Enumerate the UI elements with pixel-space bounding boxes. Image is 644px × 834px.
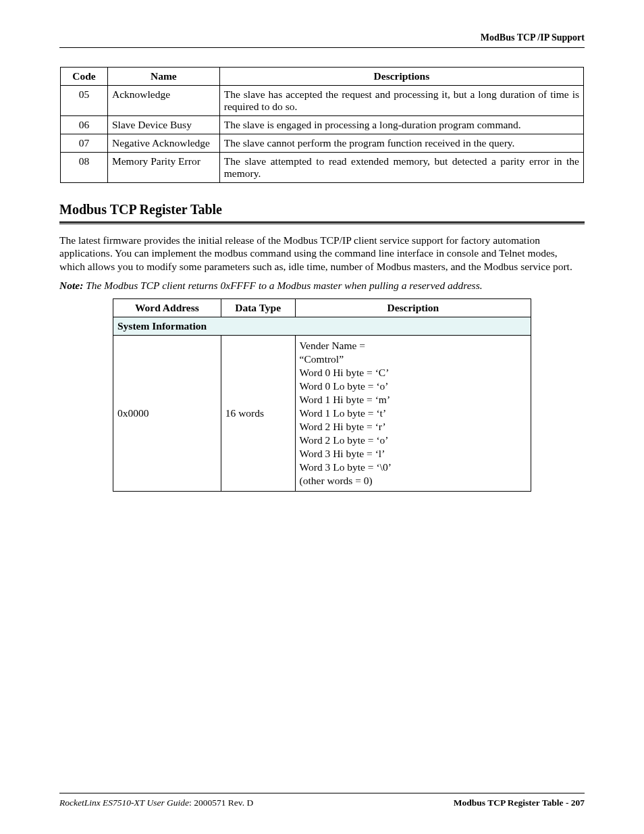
desc-line: Vender Name = (300, 340, 527, 352)
page-footer: RocketLinx ES7510-XT User Guide: 2000571… (59, 793, 585, 808)
section-cell: System Information (113, 317, 531, 336)
cell-code: 06 (61, 116, 108, 134)
desc-line: Word 0 Lo byte = ‘o’ (300, 380, 527, 392)
cell-desc: The slave attempted to read extended mem… (219, 153, 583, 183)
note-label: Note: (59, 280, 83, 291)
cell-name: Acknowledge (107, 86, 219, 116)
table-row: 07 Negative Acknowledge The slave cannot… (61, 134, 584, 153)
footer-left: RocketLinx ES7510-XT User Guide: 2000571… (59, 798, 253, 808)
table-row: 0x0000 16 words Vender Name = “Comtrol” … (113, 336, 531, 492)
section-body: The latest firmware provides the initial… (59, 234, 585, 273)
cell-desc: The slave is engaged in processing a lon… (219, 116, 583, 134)
cell-code: 05 (61, 86, 108, 116)
footer-product: RocketLinx ES7510-XT User Guide (59, 798, 189, 808)
exception-code-table: Code Name Descriptions 05 Acknowledge Th… (60, 67, 584, 183)
cell-name: Memory Parity Error (107, 153, 219, 183)
desc-line: Word 1 Lo byte = ‘t’ (300, 407, 527, 419)
cell-desc: Vender Name = “Comtrol” Word 0 Hi byte =… (295, 336, 531, 492)
cell-name: Negative Acknowledge (107, 134, 219, 153)
desc-line: Word 3 Hi byte = ‘l’ (300, 448, 527, 460)
desc-line: “Comtrol” (300, 353, 527, 365)
note-text-content: The Modbus TCP client returns 0xFFFF to … (86, 280, 482, 291)
register-table: Word Address Data Type Description Syste… (113, 298, 531, 492)
table-section-row: System Information (113, 317, 531, 336)
desc-line: Word 2 Lo byte = ‘o’ (300, 434, 527, 446)
desc-line: (other words = 0) (300, 475, 527, 487)
cell-desc: The slave has accepted the request and p… (219, 86, 583, 116)
footer-right: Modbus TCP Register Table - 207 (454, 798, 585, 808)
col-header-addr: Word Address (113, 299, 221, 317)
section-rule (59, 221, 585, 224)
desc-line: Word 2 Hi byte = ‘r’ (300, 421, 527, 433)
cell-name: Slave Device Busy (107, 116, 219, 134)
cell-code: 08 (61, 153, 108, 183)
footer-rev: : 2000571 Rev. D (189, 798, 253, 808)
header-rule (59, 47, 585, 48)
desc-line: Word 0 Hi byte = ‘C’ (300, 367, 527, 379)
running-header: ModBus TCP /IP Support (59, 32, 585, 43)
desc-line: Word 1 Hi byte = ‘m’ (300, 394, 527, 406)
cell-code: 07 (61, 134, 108, 153)
col-header-desc: Descriptions (219, 68, 583, 86)
table-header-row: Word Address Data Type Description (113, 299, 531, 317)
footer-rule (59, 793, 585, 793)
table-row: 06 Slave Device Busy The slave is engage… (61, 116, 584, 134)
page: ModBus TCP /IP Support Code Name Descrip… (0, 0, 644, 834)
col-header-desc: Description (295, 299, 531, 317)
desc-line: Word 3 Lo byte = ‘\0’ (300, 461, 527, 473)
note: Note: The Modbus TCP client returns 0xFF… (59, 280, 585, 292)
col-header-dtype: Data Type (221, 299, 295, 317)
footer-line: RocketLinx ES7510-XT User Guide: 2000571… (59, 798, 585, 808)
cell-dtype: 16 words (221, 336, 295, 492)
section-title: Modbus TCP Register Table (59, 202, 585, 217)
table-header-row: Code Name Descriptions (61, 68, 584, 86)
table-row: 08 Memory Parity Error The slave attempt… (61, 153, 584, 183)
table-row: 05 Acknowledge The slave has accepted th… (61, 86, 584, 116)
cell-addr: 0x0000 (113, 336, 221, 492)
cell-desc: The slave cannot perform the program fun… (219, 134, 583, 153)
col-header-code: Code (61, 68, 108, 86)
col-header-name: Name (107, 68, 219, 86)
